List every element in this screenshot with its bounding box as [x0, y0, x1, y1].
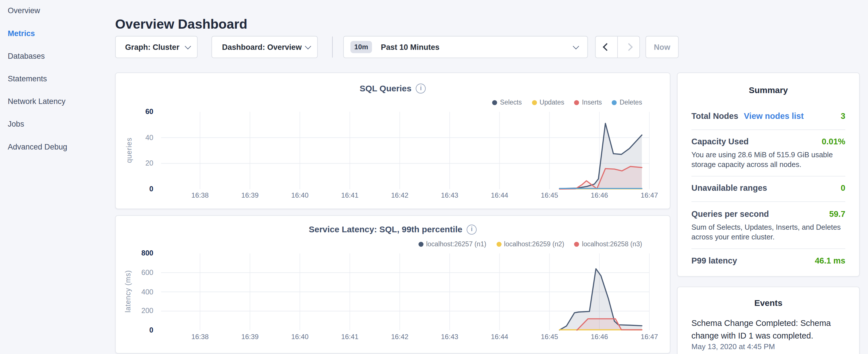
x-tick-label: 16:47: [633, 333, 666, 341]
x-tick-label: 16:47: [633, 191, 666, 199]
x-tick-label: 16:44: [483, 333, 516, 341]
x-tick-label: 16:41: [333, 333, 367, 341]
app-root: Overview Metrics Databases Statements Ne…: [0, 0, 868, 354]
time-pager: [595, 36, 640, 58]
legend-swatch-icon: [612, 100, 617, 105]
sidebar-item-network-latency[interactable]: Network Latency: [8, 96, 115, 106]
legend-label: Updates: [539, 99, 564, 106]
legend-swatch-icon: [532, 100, 537, 105]
controls-divider: [332, 36, 333, 57]
divider: [691, 176, 845, 176]
graph-dropdown[interactable]: Graph: Cluster: [115, 36, 198, 58]
dashboard-dropdown[interactable]: Dashboard: Overview: [212, 36, 318, 58]
x-tick-label: 16:38: [183, 333, 217, 341]
graph-dropdown-label: Graph: Cluster: [125, 43, 179, 52]
legend-label: Selects: [500, 99, 522, 106]
summary-row-unavailable-ranges: Unavailable ranges 0: [691, 183, 845, 192]
chevron-down-icon: [305, 43, 311, 50]
event-item[interactable]: Schema Change Completed: Schema change w…: [691, 317, 845, 342]
x-tick-label: 16:43: [433, 191, 466, 199]
x-tick-label: 16:46: [583, 191, 616, 199]
legend-label: localhost:26257 (n1): [426, 240, 486, 248]
sidebar-item-jobs[interactable]: Jobs: [8, 119, 115, 129]
legend-swatch-icon: [574, 100, 579, 105]
chevron-left-icon: [602, 43, 610, 51]
event-timestamp: May 13, 2020 at 4:45 PM: [691, 343, 845, 351]
y-tick-label: 200: [116, 307, 153, 315]
divider: [691, 201, 845, 202]
legend-item[interactable]: Deletes: [612, 99, 642, 106]
sidebar-item-statements[interactable]: Statements: [8, 74, 115, 84]
x-tick-label: 16:38: [183, 191, 217, 199]
x-tick-label: 16:39: [233, 191, 267, 199]
summary-panel: Summary Total Nodes View nodes list 3 Ca…: [677, 72, 860, 277]
prev-time-button[interactable]: [596, 36, 618, 57]
y-tick-label: 400: [116, 288, 153, 296]
summary-row-queries-per-second: Queries per second 59.7: [691, 209, 845, 219]
divider: [691, 129, 845, 130]
chart-legend: SelectsUpdatesInsertsDeletes: [492, 99, 642, 106]
summary-caption: Sum of Selects, Updates, Inserts, and De…: [691, 223, 845, 243]
sidebar-item-advanced-debug[interactable]: Advanced Debug: [8, 142, 115, 152]
y-tick-label: 600: [116, 268, 153, 277]
x-tick-label: 16:45: [533, 191, 566, 199]
chart-plot-area[interactable]: [116, 73, 671, 210]
legend-swatch-icon: [574, 242, 579, 246]
legend-label: Inserts: [582, 99, 602, 106]
legend-swatch-icon: [492, 100, 497, 105]
legend-swatch-icon: [496, 242, 501, 246]
chart-legend: localhost:26257 (n1)localhost:26259 (n2)…: [418, 240, 642, 248]
legend-item[interactable]: localhost:26259 (n2): [496, 240, 564, 248]
y-tick-label: 60: [116, 107, 153, 116]
x-tick-label: 16:43: [433, 333, 466, 341]
summary-value: 3: [841, 111, 845, 121]
y-tick-label: 0: [116, 185, 153, 193]
y-tick-label: 20: [116, 159, 153, 167]
legend-item[interactable]: Updates: [532, 99, 564, 106]
legend-item[interactable]: localhost:26258 (n3): [574, 240, 642, 248]
summary-title: Summary: [677, 85, 859, 95]
summary-label: P99 latency: [691, 255, 737, 265]
x-tick-label: 16:45: [533, 333, 566, 341]
now-button[interactable]: Now: [645, 36, 679, 58]
chevron-down-icon: [185, 43, 191, 50]
sidebar-item-databases[interactable]: Databases: [8, 51, 115, 61]
legend-item[interactable]: localhost:26257 (n1): [418, 240, 486, 248]
summary-caption: You are using 28.6 MiB of 515.9 GiB usab…: [691, 150, 845, 170]
x-tick-label: 16:42: [383, 191, 416, 199]
time-range-selector[interactable]: 10m Past 10 Minutes: [343, 36, 588, 58]
time-range-label: Past 10 Minutes: [381, 43, 439, 52]
legend-item[interactable]: Selects: [492, 99, 522, 106]
x-tick-label: 16:42: [383, 333, 416, 341]
view-nodes-list-link[interactable]: View nodes list: [744, 111, 804, 121]
chevron-down-icon: [573, 43, 579, 50]
summary-label: Total Nodes: [691, 111, 739, 121]
y-tick-label: 800: [116, 249, 153, 257]
service-latency-chart-card: Service Latency: SQL, 99th percentile i …: [115, 215, 671, 353]
divider: [691, 248, 845, 249]
legend-label: localhost:26259 (n2): [504, 240, 564, 248]
legend-label: Deletes: [620, 99, 642, 106]
y-tick-label: 40: [116, 133, 153, 141]
next-time-button[interactable]: [618, 36, 639, 57]
summary-row-capacity-used: Capacity Used 0.01%: [691, 137, 845, 146]
x-tick-label: 16:40: [283, 333, 316, 341]
summary-value: 0: [841, 183, 845, 192]
x-tick-label: 16:46: [583, 333, 616, 341]
summary-label: Unavailable ranges: [691, 183, 767, 192]
sidebar-item-overview[interactable]: Overview: [8, 5, 115, 15]
summary-value: 46.1 ms: [815, 255, 845, 265]
sidebar: Overview Metrics Databases Statements Ne…: [0, 0, 115, 354]
x-tick-label: 16:41: [333, 191, 367, 199]
dashboard-dropdown-label: Dashboard: Overview: [222, 43, 302, 52]
sidebar-item-metrics[interactable]: Metrics: [8, 28, 115, 38]
summary-label: Queries per second: [691, 209, 769, 219]
x-tick-label: 16:39: [233, 333, 267, 341]
x-tick-label: 16:44: [483, 191, 516, 199]
legend-item[interactable]: Inserts: [574, 99, 602, 106]
summary-value: 0.01%: [822, 137, 845, 146]
page-title: Overview Dashboard: [115, 17, 247, 32]
y-tick-label: 0: [116, 326, 153, 334]
time-range-badge: 10m: [350, 41, 372, 53]
summary-label: Capacity Used: [691, 137, 749, 146]
